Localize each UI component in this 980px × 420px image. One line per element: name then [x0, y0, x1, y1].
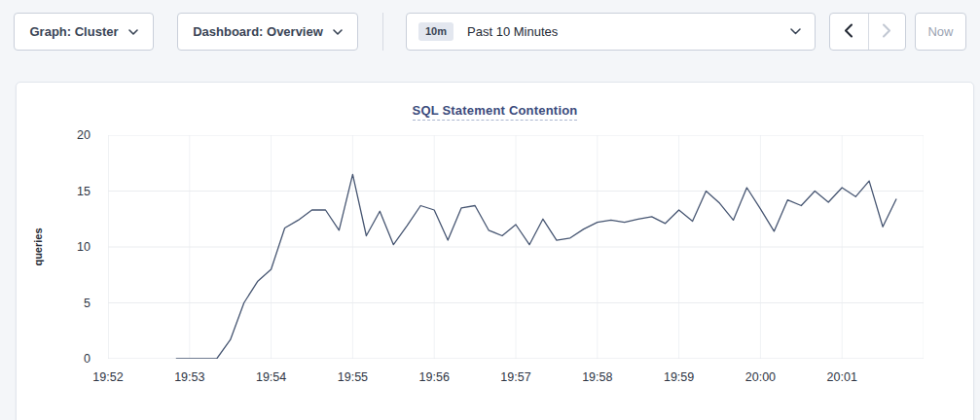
x-tick-label: 20:00: [745, 370, 776, 384]
y-tick-label: 20: [77, 128, 91, 142]
time-range-picker[interactable]: 10m Past 10 Minutes: [406, 13, 816, 51]
chart-title: SQL Statement Contention: [17, 101, 973, 119]
chevron-down-icon: [333, 29, 343, 35]
x-axis-ticks: 19:5219:5319:5419:5519:5619:5719:5819:59…: [108, 370, 924, 386]
y-tick-label: 0: [84, 352, 91, 366]
x-tick-label: 19:56: [419, 370, 450, 384]
x-tick-label: 19:59: [664, 370, 694, 384]
time-forward-button[interactable]: [868, 14, 906, 50]
y-tick-label: 10: [77, 240, 91, 254]
chevron-left-icon: [844, 23, 853, 41]
x-tick-label: 19:54: [256, 370, 286, 384]
series-line: [176, 174, 896, 359]
chart-plot-area[interactable]: [108, 135, 924, 359]
x-tick-label: 19:53: [174, 370, 204, 384]
y-tick-label: 15: [77, 185, 91, 198]
x-tick-label: 19:52: [92, 370, 123, 384]
toolbar-divider: [382, 13, 383, 51]
chart-card: SQL Statement Contention queries 0510152…: [16, 82, 974, 420]
chevron-down-icon: [790, 28, 801, 35]
time-back-button[interactable]: [830, 14, 868, 50]
dashboard-dropdown[interactable]: Dashboard: Overview: [177, 13, 358, 51]
y-axis-ticks: 05101520: [52, 135, 100, 359]
now-button[interactable]: Now: [915, 13, 966, 51]
chevron-down-icon: [128, 29, 138, 35]
x-tick-label: 19:57: [500, 370, 530, 384]
graph-dropdown-label: Graph: Cluster: [29, 24, 118, 39]
y-tick-label: 5: [84, 297, 91, 310]
time-range-badge: 10m: [418, 22, 454, 41]
x-tick-label: 20:01: [827, 370, 857, 384]
chevron-right-icon: [882, 23, 891, 41]
x-tick-label: 19:55: [338, 370, 368, 384]
dashboard-dropdown-label: Dashboard: Overview: [193, 24, 323, 39]
x-tick-label: 19:58: [582, 370, 612, 384]
chart-title-link[interactable]: SQL Statement Contention: [413, 103, 578, 121]
time-step-button-group: [829, 13, 906, 51]
time-range-label: Past 10 Minutes: [467, 24, 558, 39]
graph-dropdown[interactable]: Graph: Cluster: [14, 13, 154, 51]
